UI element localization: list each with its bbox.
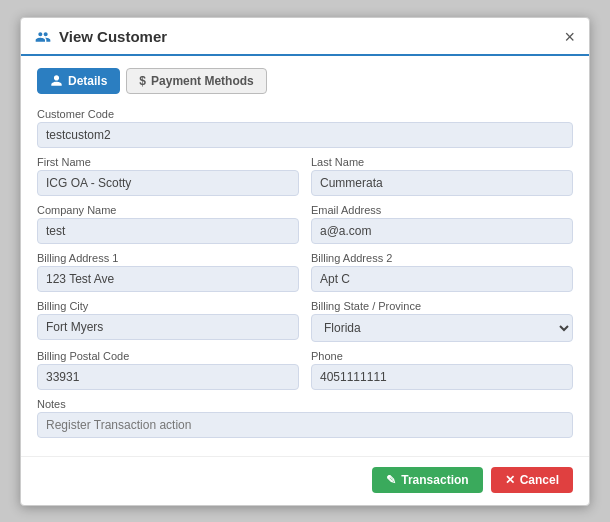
billing-city-label: Billing City: [37, 300, 299, 312]
group-customer-code: Customer Code: [37, 108, 573, 148]
group-billing-state: Billing State / Province Florida: [311, 300, 573, 342]
group-first-name: First Name: [37, 156, 299, 196]
billing-postal-label: Billing Postal Code: [37, 350, 299, 362]
dollar-icon: $: [139, 74, 146, 88]
transaction-button[interactable]: ✎ Transaction: [372, 467, 482, 493]
group-billing-postal: Billing Postal Code: [37, 350, 299, 390]
billing-address2-label: Billing Address 2: [311, 252, 573, 264]
first-name-label: First Name: [37, 156, 299, 168]
first-name-input[interactable]: [37, 170, 299, 196]
phone-input[interactable]: [311, 364, 573, 390]
cancel-label: Cancel: [520, 473, 559, 487]
transaction-icon: ✎: [386, 473, 396, 487]
group-email: Email Address: [311, 204, 573, 244]
last-name-label: Last Name: [311, 156, 573, 168]
group-company-name: Company Name: [37, 204, 299, 244]
modal-header: View Customer ×: [21, 18, 589, 56]
customer-code-input[interactable]: [37, 122, 573, 148]
company-name-input[interactable]: [37, 218, 299, 244]
view-customer-modal: View Customer × Details $ Payment Method…: [20, 17, 590, 506]
modal-footer: ✎ Transaction ✕ Cancel: [21, 456, 589, 505]
notes-label: Notes: [37, 398, 573, 410]
row-customer-code: Customer Code: [37, 108, 573, 148]
modal-title: View Customer: [59, 28, 167, 45]
tab-details-label: Details: [68, 74, 107, 88]
close-button[interactable]: ×: [564, 28, 575, 46]
group-billing-city: Billing City: [37, 300, 299, 342]
modal-title-area: View Customer: [35, 28, 167, 45]
group-billing-address1: Billing Address 1: [37, 252, 299, 292]
tab-details[interactable]: Details: [37, 68, 120, 94]
billing-address2-input[interactable]: [311, 266, 573, 292]
cancel-icon: ✕: [505, 473, 515, 487]
billing-postal-input[interactable]: [37, 364, 299, 390]
row-city-state: Billing City Billing State / Province Fl…: [37, 300, 573, 342]
tab-payment-methods[interactable]: $ Payment Methods: [126, 68, 266, 94]
row-name: First Name Last Name: [37, 156, 573, 196]
row-company-email: Company Name Email Address: [37, 204, 573, 244]
tab-payment-label: Payment Methods: [151, 74, 254, 88]
company-name-label: Company Name: [37, 204, 299, 216]
user-icon: [35, 29, 51, 45]
tab-bar: Details $ Payment Methods: [37, 68, 573, 94]
row-postal-phone: Billing Postal Code Phone: [37, 350, 573, 390]
group-last-name: Last Name: [311, 156, 573, 196]
notes-input[interactable]: [37, 412, 573, 438]
email-input[interactable]: [311, 218, 573, 244]
form-grid: Customer Code First Name Last Name Compa…: [37, 108, 573, 438]
group-notes: Notes: [37, 398, 573, 438]
modal-body: Details $ Payment Methods Customer Code …: [21, 56, 589, 450]
customer-code-label: Customer Code: [37, 108, 573, 120]
row-billing-address: Billing Address 1 Billing Address 2: [37, 252, 573, 292]
billing-address1-label: Billing Address 1: [37, 252, 299, 264]
last-name-input[interactable]: [311, 170, 573, 196]
user-tab-icon: [50, 74, 63, 87]
billing-state-label: Billing State / Province: [311, 300, 573, 312]
group-billing-address2: Billing Address 2: [311, 252, 573, 292]
group-phone: Phone: [311, 350, 573, 390]
phone-label: Phone: [311, 350, 573, 362]
billing-city-input[interactable]: [37, 314, 299, 340]
row-notes: Notes: [37, 398, 573, 438]
billing-address1-input[interactable]: [37, 266, 299, 292]
email-label: Email Address: [311, 204, 573, 216]
transaction-label: Transaction: [401, 473, 468, 487]
billing-state-select[interactable]: Florida: [311, 314, 573, 342]
cancel-button[interactable]: ✕ Cancel: [491, 467, 573, 493]
